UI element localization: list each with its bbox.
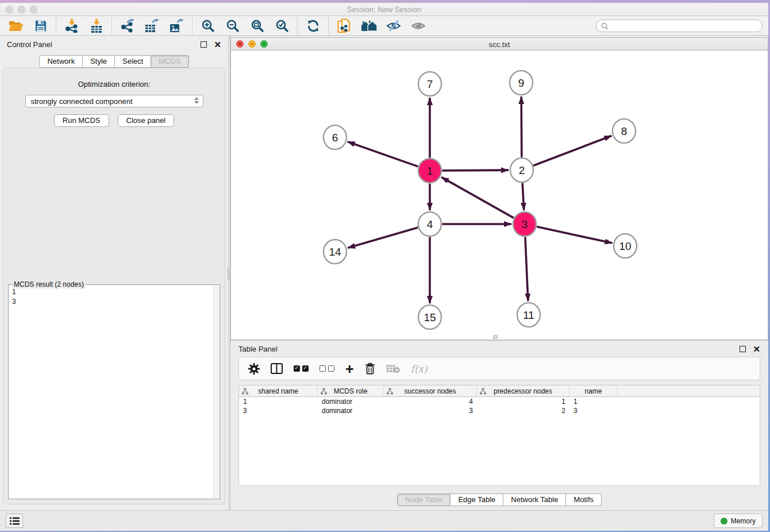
node-11[interactable]: 11 xyxy=(517,303,540,327)
node-1[interactable]: 1 xyxy=(418,159,441,183)
zoom-fit-button[interactable] xyxy=(245,17,270,35)
criterion-select[interactable]: strongly connected component xyxy=(25,95,203,107)
tab-network-table[interactable]: Network Table xyxy=(503,494,566,506)
node-6[interactable]: 6 xyxy=(324,125,346,149)
close-panel-button[interactable]: Close panel xyxy=(118,114,175,127)
table-cell[interactable]: 3 xyxy=(569,407,618,415)
node-label: 1 xyxy=(427,165,433,177)
hide-panel-button[interactable] xyxy=(381,17,406,35)
search-input[interactable] xyxy=(611,22,757,30)
add-column-button[interactable]: + xyxy=(345,363,354,375)
table-cell[interactable]: 1 xyxy=(569,398,618,406)
import-table-button[interactable] xyxy=(84,17,109,35)
tab-network[interactable]: Network xyxy=(39,55,83,68)
function-builder-button[interactable]: f(x) xyxy=(411,363,428,375)
node-14[interactable]: 14 xyxy=(324,240,346,264)
node-2[interactable]: 2 xyxy=(510,158,533,182)
float-table-panel-icon[interactable] xyxy=(740,346,746,352)
checked-box-icon xyxy=(294,365,300,372)
main-content: Control Panel ✕ NetworkStyleSelectMCDS O… xyxy=(0,36,768,510)
delete-table-icon xyxy=(386,364,400,373)
table-cell[interactable]: dominator xyxy=(318,398,384,406)
float-panel-icon[interactable] xyxy=(201,41,207,48)
node-7[interactable]: 7 xyxy=(418,72,441,96)
table-row[interactable]: 1dominator411 xyxy=(239,397,760,406)
table-panel: Table Panel ✕ xyxy=(230,340,768,510)
tab-edge-table[interactable]: Edge Table xyxy=(451,494,503,506)
network-view[interactable]: 7968124314101511 xyxy=(230,51,768,340)
node-table: shared nameMCDS rolesuccessor nodesprede… xyxy=(238,385,760,486)
column-header-shared-name[interactable]: shared name xyxy=(239,385,318,396)
refresh-network-button[interactable] xyxy=(301,17,325,35)
node-4[interactable]: 4 xyxy=(418,212,441,236)
column-header-name[interactable]: name xyxy=(569,385,618,396)
table-cell[interactable]: dominator xyxy=(318,407,384,415)
result-scrollbar[interactable] xyxy=(213,286,219,498)
column-header-mcds-role[interactable]: MCDS role xyxy=(318,385,384,396)
export-image-button[interactable] xyxy=(164,17,189,35)
table-cell[interactable]: 3 xyxy=(239,407,318,415)
open-session-button[interactable] xyxy=(3,17,28,35)
column-header-successor-nodes[interactable]: successor nodes xyxy=(384,385,477,396)
import-network-button[interactable] xyxy=(59,17,84,35)
export-table-button[interactable] xyxy=(140,17,164,35)
close-table-panel-icon[interactable]: ✕ xyxy=(753,346,760,352)
node-15[interactable]: 15 xyxy=(418,305,441,329)
zoom-out-button[interactable] xyxy=(220,17,245,35)
task-history-button[interactable] xyxy=(6,514,23,528)
home-button[interactable] xyxy=(356,17,381,35)
edge-3-1[interactable] xyxy=(441,177,514,218)
tab-select[interactable]: Select xyxy=(115,55,151,68)
network-scrollbar-grip[interactable] xyxy=(493,335,498,339)
tab-motifs[interactable]: Motifs xyxy=(566,494,602,506)
edge-4-14[interactable] xyxy=(348,228,418,248)
table-cell[interactable]: 4 xyxy=(384,398,477,406)
status-bar: Memory xyxy=(0,510,768,531)
table-cell[interactable]: 1 xyxy=(239,398,318,406)
node-label: 6 xyxy=(332,132,338,144)
table-cell[interactable]: 2 xyxy=(477,407,569,415)
column-label: shared name xyxy=(258,387,298,395)
node-8[interactable]: 8 xyxy=(613,119,636,143)
tab-style[interactable]: Style xyxy=(83,55,115,68)
node-10[interactable]: 10 xyxy=(614,234,637,258)
clone-network-button[interactable] xyxy=(332,17,356,35)
save-session-button[interactable] xyxy=(28,17,53,35)
table-cell[interactable]: 1 xyxy=(477,398,569,406)
tab-node-table[interactable]: Node Table xyxy=(397,494,451,506)
table-panel-title: Table Panel xyxy=(238,345,740,353)
edge-1-6[interactable] xyxy=(348,142,418,167)
eye-slash-icon xyxy=(386,20,401,32)
mcds-result-lines: 13 xyxy=(9,285,220,309)
edge-3-10[interactable] xyxy=(537,227,612,244)
edge-1-2[interactable] xyxy=(442,170,509,171)
zoom-in-button[interactable] xyxy=(195,17,220,35)
memory-button[interactable]: Memory xyxy=(714,514,763,528)
deselect-all-checkboxes-button[interactable] xyxy=(319,365,334,372)
select-all-checkboxes-button[interactable] xyxy=(294,365,309,372)
run-mcds-button[interactable]: Run MCDS xyxy=(54,114,109,127)
column-type-icon xyxy=(387,388,393,395)
close-panel-icon[interactable]: ✕ xyxy=(214,41,221,48)
delete-table-button[interactable] xyxy=(386,364,400,373)
edge-3-11[interactable] xyxy=(525,237,528,301)
search-field[interactable] xyxy=(596,20,763,32)
delete-columns-button[interactable] xyxy=(365,363,375,375)
export-network-button[interactable] xyxy=(115,17,140,35)
node-9[interactable]: 9 xyxy=(510,71,533,95)
show-column-button[interactable] xyxy=(271,363,283,374)
edge-2-8[interactable] xyxy=(533,136,611,165)
network-window-titlebar[interactable]: × − + scc.txt xyxy=(230,37,768,51)
node-3[interactable]: 3 xyxy=(513,212,536,236)
tab-mcds[interactable]: MCDS xyxy=(151,55,188,68)
column-header-predecessor-nodes[interactable]: predecessor nodes xyxy=(477,385,569,396)
edge-2-9[interactable] xyxy=(521,97,522,157)
show-panel-button[interactable] xyxy=(406,17,430,35)
table-options-gear-button[interactable] xyxy=(248,363,260,375)
edge-2-3[interactable] xyxy=(522,183,524,210)
network-canvas[interactable]: 7968124314101511 xyxy=(231,51,768,340)
table-cell[interactable]: 3 xyxy=(384,407,477,415)
memory-label: Memory xyxy=(731,517,756,525)
table-row[interactable]: 3dominator323 xyxy=(239,406,760,415)
zoom-selected-button[interactable] xyxy=(270,17,294,35)
